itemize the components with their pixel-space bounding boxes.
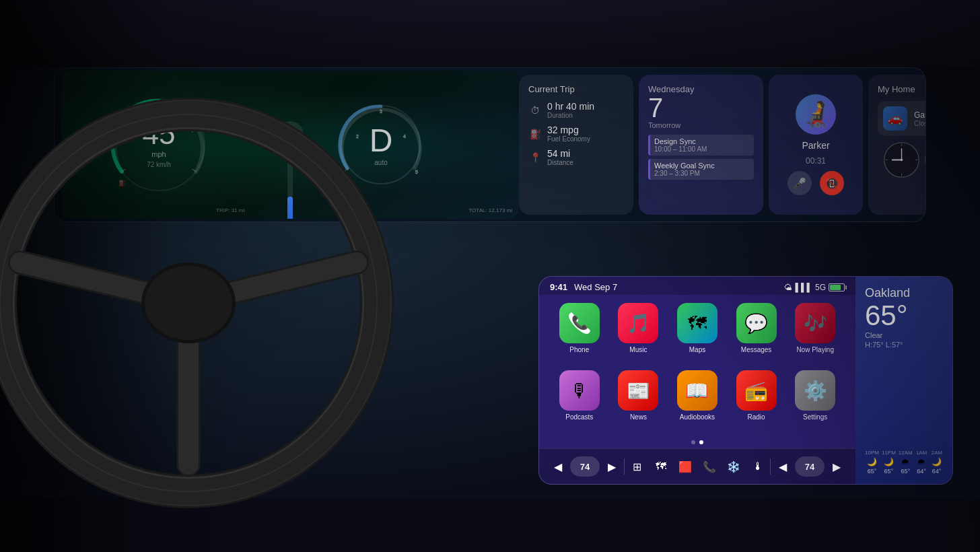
svg-text:⛽: ⛽ [118,179,127,187]
event-1-time: 10:00 – 11:00 AM [654,145,750,153]
svg-text:5: 5 [415,170,418,174]
svg-text:1: 1 [344,170,347,174]
page-dot-2[interactable] [699,440,703,444]
hourly-2am-temp: 64° [932,468,942,475]
app-phone[interactable]: 📞 Phone [553,303,606,365]
nav-arrow [282,127,298,143]
weather-high: H:75° [865,341,884,349]
calendar-event-2[interactable]: Weekly Goal Sync 2:30 – 3:30 PM [648,159,754,180]
messages-label: Messages [741,346,772,353]
svg-line-2 [192,129,197,132]
hourly-2am: 2AM 🌙 64° [930,450,943,475]
network-type: 5G [815,283,826,292]
garage-door-status: Closed [914,120,926,127]
call-card: 🧑‍🦼 Parker 00:31 🎤 📵 [769,75,863,215]
phone-icon: 📞 [559,303,600,343]
duration-label: Duration [547,112,594,119]
dock-back-button-right[interactable]: ◀ [771,454,795,479]
garage-door-item[interactable]: 🚗 Garage Door Closed [878,101,926,136]
phone-svg: 📞 [569,312,590,334]
battery-tip [845,285,847,289]
calendar-tomorrow: Tomorrow [648,121,754,129]
svg-text:4: 4 [403,134,406,139]
weather-panel: Oakland 65° Clear H:75° L:57° 10PM 🌙 65°… [855,277,952,484]
weather-temp: 65° [865,302,943,330]
duration-value: 0 hr 40 min [547,101,594,112]
app-settings[interactable]: ⚙️ Settings [788,370,842,432]
total-label: TOTAL: 12,173 mi [468,207,512,213]
news-label: News [630,413,647,421]
gear-letter: D [370,122,393,159]
app-radio[interactable]: 📻 Radio [730,370,783,432]
app-grid: 📞 Phone 🎵 Music 🗺 Maps 💬 [539,295,855,440]
app-news[interactable]: 📰 News [612,370,666,432]
trip-label: TRIP: 31 mi [216,207,244,213]
carplay-dock: ◀ 74 ▶ ⊞ 🗺 🟥 📞 ❄️ 🌡 ◀ 74 ▶ [539,448,855,484]
distance-label: Distance [547,159,573,166]
carplay-screen: 9:41 Wed Sep 7 🌤 ▌▌▌ 5G 📞 [538,276,953,485]
dock-forward-button[interactable]: ▶ [600,454,624,479]
dock-grid-button[interactable]: ⊞ [625,454,649,479]
trip-card-title: Current Trip [528,84,624,94]
svg-line-5 [121,129,126,132]
battery-indicator [829,283,845,291]
music-icon: 🎵 [618,303,658,343]
speedometer: ⛽ 45 mph 72 km/h [108,94,209,195]
fuel-value: 32 mpg [547,125,590,135]
gear-indicator: 1 2 3 4 5 D auto [337,101,425,188]
weather-hourly: 10PM 🌙 65° 11PM 🌙 65° 12AM 🌧 65° 1AM 🌧 6… [865,354,943,475]
dock-temp-right[interactable]: 74 [795,456,825,477]
news-icon: 📰 [618,370,658,411]
app-audiobooks[interactable]: 📖 Audiobooks [670,370,724,432]
hourly-1am-icon: 🌧 [917,457,925,467]
hourly-1am-time: 1AM [916,450,927,456]
podcasts-icon: 🎙 [559,370,600,411]
weather-status-icon: 🌤 [784,283,792,292]
calendar-event-1[interactable]: Design Sync 10:00 – 11:00 AM [648,135,754,156]
carplay-main: 9:41 Wed Sep 7 🌤 ▌▌▌ 5G 📞 [539,277,855,484]
dock-back-button[interactable]: ◀ [546,454,570,479]
rpm-label: 2143 rpm [345,207,368,213]
calendar-card[interactable]: Wednesday 7 Tomorrow Design Sync 10:00 –… [639,75,763,215]
event-1-title: Design Sync [654,137,750,145]
app-nowplaying[interactable]: 🎶 Now Playing [788,303,842,365]
dock-fan-button[interactable]: ❄️ [722,454,746,479]
app-messages[interactable]: 💬 Messages [730,303,783,365]
dock-phone-button[interactable]: 📞 [697,454,722,479]
dock-app-store-button[interactable]: 🟥 [673,454,697,479]
dock-maps-button[interactable]: 🗺 [649,454,673,479]
nowplaying-icon: 🎶 [795,303,835,343]
trip-stat-distance: 📍 54 mi Distance [528,148,624,166]
calendar-day: Wednesday [648,84,754,94]
hourly-2am-time: 2AM [931,450,942,456]
hourly-1am-temp: 64° [917,468,926,475]
hourly-12am: 12AM 🌧 65° [899,450,913,475]
music-label: Music [629,346,647,353]
status-date: Wed Sep 7 [574,282,617,292]
contact-avatar: 🧑‍🦼 [796,94,836,135]
dock-forward-button-right[interactable]: ▶ [825,454,849,479]
battery-fill [830,285,841,290]
app-podcasts[interactable]: 🎙 Podcasts [553,370,606,432]
clock-pair [878,141,926,178]
svg-point-21 [925,143,926,177]
bottom-area [0,498,980,552]
app-maps[interactable]: 🗺 Maps [670,303,724,365]
page-dot-1[interactable] [691,440,695,444]
app-music[interactable]: 🎵 Music [612,303,666,365]
speed-secondary: 72 km/h [143,161,176,168]
trip-card: Current Trip ⏱ 0 hr 40 min Duration ⛽ 32… [519,75,633,215]
hourly-12am-time: 12AM [899,450,913,456]
maps-label: Maps [689,346,705,353]
mute-button[interactable]: 🎤 [788,171,812,195]
end-call-button[interactable]: 📵 [820,171,844,195]
maps-icon: 🗺 [677,303,718,343]
dock-temp-left[interactable]: 74 [570,456,600,477]
hourly-12am-temp: 65° [901,468,910,475]
dock-climate-button[interactable]: 🌡 [746,454,770,479]
phone-label: Phone [569,346,589,353]
svg-text:📞: 📞 [571,314,588,331]
avatar-emoji: 🧑‍🦼 [801,100,831,129]
podcasts-label: Podcasts [565,413,593,421]
trip-stat-fuel: ⛽ 32 mpg Fuel Economy [528,125,624,143]
